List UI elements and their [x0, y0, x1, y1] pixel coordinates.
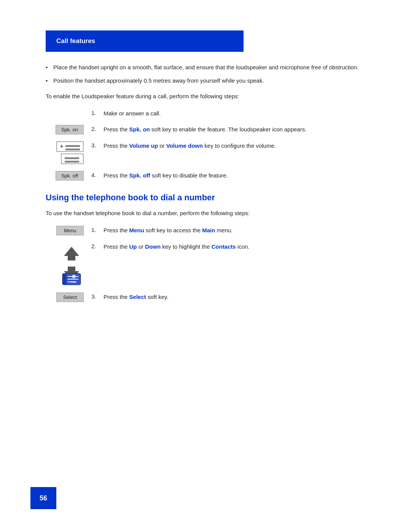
s2-step-1-text: Press the Menu soft key to access the Ma… [104, 226, 365, 235]
s2-step-3-row: Select 3. Press the Select soft key. [46, 292, 365, 302]
down-label: Down [145, 243, 161, 250]
step-1-text: Make or answer a call. [104, 109, 365, 118]
s2-step-1-row: Menu 1. Press the Menu soft key to acces… [46, 226, 365, 235]
s2-step-2-text: Press the Up or Down key to highlight th… [104, 242, 365, 251]
volume-keys-icon: + [56, 141, 84, 164]
menu-label: Menu [129, 227, 144, 233]
step-4-text: Press the Spk. off soft key to disable t… [104, 171, 365, 180]
select-button: Select [56, 292, 84, 302]
spk-on-button: Spk. on [56, 125, 84, 134]
step-3-row: + 3. Press the Volume up or Volume down … [46, 141, 365, 164]
section2-heading: Using the telephone book to dial a numbe… [46, 193, 365, 203]
header-title: Call features [56, 37, 95, 45]
step-1-number: 1. [91, 109, 104, 116]
section2-intro: To use the handset telephone book to dia… [46, 209, 365, 217]
step-2-number: 2. [91, 125, 104, 132]
page-number: 56 [40, 494, 47, 502]
up-label: Up [129, 243, 137, 250]
step-2-text: Press the Spk. on soft key to enable the… [104, 125, 365, 134]
step-3-number: 3. [91, 141, 104, 149]
spk-on-label: Spk. on [129, 126, 150, 133]
section2-steps: Menu 1. Press the Menu soft key to acces… [46, 226, 365, 302]
svg-rect-3 [65, 149, 80, 150]
bullet-item-2: Position the handset approximately 0.5 m… [46, 77, 365, 85]
s2-step-2-number: 2. [91, 242, 104, 249]
step-3-text: Press the Volume up or Volume down key t… [104, 141, 365, 150]
s2-step-3-icon-col: Select [46, 292, 91, 302]
main-label: Main [202, 227, 215, 233]
step-4-number: 4. [91, 171, 104, 178]
svg-point-14 [72, 275, 76, 278]
step-2-icon-col: Spk. on [46, 125, 91, 134]
s2-step-1-icon-col: Menu [46, 226, 91, 235]
volume-down-label: Volume down [166, 142, 203, 149]
menu-button: Menu [56, 226, 84, 235]
spk-off-button: Spk. off [56, 171, 84, 181]
svg-rect-5 [65, 157, 79, 159]
s2-step-3-number: 3. [91, 292, 104, 300]
volume-down-key-svg [61, 153, 84, 164]
page: Call features Place the handset upright … [0, 0, 411, 532]
s2-step-2-icon-col [46, 242, 91, 286]
svg-marker-7 [64, 247, 79, 260]
step-3-icon-col: + [46, 141, 91, 164]
step-4-row: Spk. off 4. Press the Spk. off soft key … [46, 171, 365, 181]
step-2-row: Spk. on 2. Press the Spk. on soft key to… [46, 125, 365, 134]
volume-up-label: Volume up [129, 142, 158, 149]
s2-step-3-text: Press the Select soft key. [104, 292, 365, 301]
svg-text:+: + [60, 143, 63, 149]
step-4-icon-col: Spk. off [46, 171, 91, 181]
header-banner: Call features [46, 30, 244, 52]
spk-off-label: Spk. off [129, 172, 150, 179]
bullet-list: Place the handset upright on a smooth, f… [46, 63, 365, 85]
svg-rect-6 [65, 161, 79, 163]
svg-rect-10 [62, 273, 66, 285]
contacts-label: Contacts [211, 243, 236, 250]
s2-step-1-number: 1. [91, 226, 104, 233]
nav-contacts-icon-svg [59, 244, 84, 286]
bullet-item-1: Place the handset upright on a smooth, f… [46, 63, 365, 72]
intro-paragraph: To enable the Loudspeaker feature during… [46, 92, 365, 101]
page-number-box: 56 [30, 487, 56, 509]
volume-up-key-svg: + [56, 141, 84, 152]
select-label: Select [129, 294, 146, 300]
loudspeaker-steps: 1. Make or answer a call. Spk. on 2. Pre… [46, 109, 365, 180]
step-1-row: 1. Make or answer a call. [91, 109, 365, 118]
s2-step-2-row: 2. Press the Up or Down key to highlight… [46, 242, 365, 286]
svg-rect-2 [65, 145, 80, 147]
